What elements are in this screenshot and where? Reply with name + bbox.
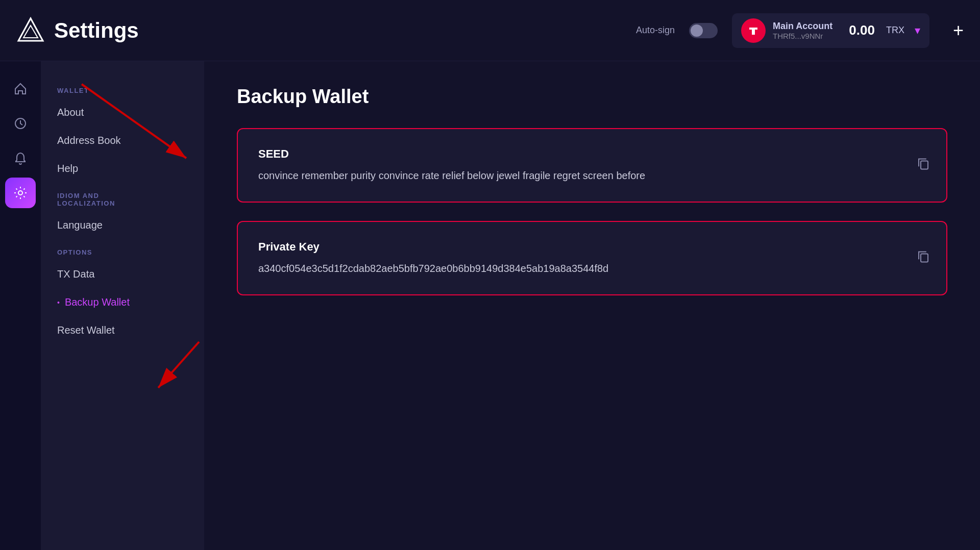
nav-item-about[interactable]: About <box>41 98 204 127</box>
account-address: THRf5...v9NNr <box>773 32 832 40</box>
svg-point-10 <box>18 191 22 195</box>
account-info: Main Account THRf5...v9NNr <box>773 21 832 40</box>
sidebar-item-notifications[interactable] <box>5 143 36 173</box>
logo-area: Settings <box>16 16 139 45</box>
seed-label: SEED <box>258 147 926 161</box>
auto-sign-label: Auto-sign <box>636 25 675 36</box>
nav-section-idiom-label: IDIOM ANDLOCALIZATION <box>41 183 204 211</box>
content-area: Backup Wallet SEED convince remember pur… <box>204 61 980 550</box>
seed-copy-button[interactable] <box>917 157 930 174</box>
account-currency: TRX <box>886 25 904 36</box>
nav-item-reset-wallet[interactable]: Reset Wallet <box>41 316 204 344</box>
nav-item-backup-wallet[interactable]: • Backup Wallet <box>41 288 204 316</box>
account-balance: 0.00 <box>849 22 875 38</box>
account-chevron-icon[interactable]: ▾ <box>915 24 920 37</box>
svg-rect-8 <box>749 28 757 30</box>
main-layout: WALLET About Address Book Help IDIOM AND… <box>0 61 980 550</box>
nav-item-help[interactable]: Help <box>41 155 204 183</box>
header: Settings Auto-sign Main Account THRf5...… <box>0 0 980 61</box>
private-key-box: Private Key a340cf054e3c5d1f2cdab82aeb5b… <box>237 221 947 295</box>
content-title: Backup Wallet <box>237 86 947 108</box>
header-controls: Auto-sign Main Account THRf5...v9NNr 0.0… <box>636 13 964 48</box>
seed-value: convince remember purity convince rate r… <box>258 168 926 183</box>
nav-item-tx-data[interactable]: TX Data <box>41 260 204 288</box>
private-key-copy-button[interactable] <box>917 250 930 267</box>
toggle-knob <box>691 24 703 37</box>
nav-section-wallet-label: WALLET <box>41 78 204 98</box>
sidebar-item-home[interactable] <box>5 73 36 104</box>
account-icon <box>741 18 766 43</box>
svg-rect-11 <box>921 161 928 169</box>
nav-item-language[interactable]: Language <box>41 211 204 239</box>
sidebar-item-history[interactable] <box>5 108 36 139</box>
add-account-button[interactable]: + <box>953 20 964 41</box>
nav-item-address-book[interactable]: Address Book <box>41 127 204 155</box>
icon-sidebar <box>0 61 41 550</box>
page-title: Settings <box>54 18 139 43</box>
app-logo-icon <box>16 16 45 45</box>
seed-box: SEED convince remember purity convince r… <box>237 128 947 203</box>
sidebar-item-settings[interactable] <box>5 178 36 208</box>
nav-sidebar: WALLET About Address Book Help IDIOM AND… <box>41 61 204 550</box>
auto-sign-toggle[interactable] <box>689 23 718 38</box>
private-key-label: Private Key <box>258 240 926 254</box>
account-name: Main Account <box>773 21 832 32</box>
private-key-value: a340cf054e3c5d1f2cdab82aeb5bfb792ae0b6bb… <box>258 261 926 276</box>
account-badge[interactable]: Main Account THRf5...v9NNr 0.00 TRX ▾ <box>732 13 929 48</box>
active-dot: • <box>57 298 60 307</box>
nav-section-options-label: OPTIONS <box>41 239 204 260</box>
svg-rect-12 <box>921 254 928 262</box>
